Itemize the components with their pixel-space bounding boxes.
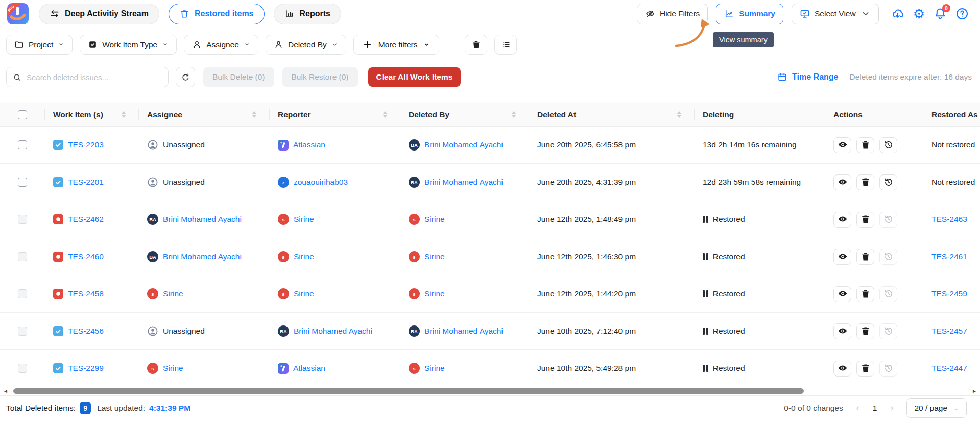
delete-button[interactable] [856, 249, 874, 265]
work-item-link[interactable]: TES-2458 [68, 289, 104, 298]
cloud-download-icon[interactable] [891, 7, 904, 20]
deleted-by-name[interactable]: Sirine [424, 252, 445, 261]
delete-button[interactable] [856, 286, 874, 302]
deleted-by-name[interactable]: Brini Mohamed Ayachi [424, 327, 503, 336]
reporter-name[interactable]: Sirine [294, 215, 314, 224]
deleted-by-name[interactable]: Sirine [424, 215, 445, 224]
assignee-name[interactable]: Sirine [163, 364, 183, 373]
history-button[interactable] [879, 174, 897, 190]
view-button[interactable] [833, 137, 851, 153]
current-page[interactable]: 1 [873, 404, 877, 413]
work-item-link[interactable]: TES-2201 [68, 178, 104, 187]
delete-button[interactable] [856, 137, 874, 153]
assignee-name[interactable]: Brini Mohamed Ayachi [163, 215, 242, 224]
time-range-button[interactable]: Time Range [777, 72, 838, 82]
deleted-by-name[interactable]: Sirine [424, 364, 445, 373]
select-view-button[interactable]: Select View [792, 4, 879, 24]
view-button[interactable] [833, 323, 851, 339]
history-button[interactable] [879, 361, 897, 377]
deleted-by-name[interactable]: Brini Mohamed Ayachi [424, 140, 503, 149]
work-item-link[interactable]: TES-2460 [68, 252, 104, 261]
bulk-restore-button[interactable]: Bulk Restore (0) [282, 67, 358, 87]
view-button[interactable] [833, 212, 851, 228]
select-all-checkbox[interactable] [18, 110, 27, 119]
scrollbar-thumb[interactable] [13, 388, 804, 394]
scrollbar-track[interactable] [9, 388, 971, 394]
sort-icon[interactable] [383, 111, 387, 118]
delete-button[interactable] [856, 323, 874, 339]
bell-icon[interactable]: 0 [934, 7, 947, 20]
next-page-button[interactable]: › [890, 403, 893, 413]
restored-as[interactable]: TES-2463 [931, 215, 967, 224]
delete-button[interactable] [856, 174, 874, 190]
row-checkbox[interactable] [18, 327, 27, 336]
view-button[interactable] [833, 286, 851, 302]
sort-icon[interactable] [122, 111, 126, 118]
help-icon[interactable] [955, 7, 969, 20]
row-checkbox[interactable] [18, 364, 27, 373]
project-filter-dropdown[interactable]: Project [6, 35, 73, 55]
column-settings-button[interactable] [494, 35, 517, 55]
work-item-link[interactable]: TES-2299 [68, 364, 104, 373]
scroll-right-arrow[interactable]: ► [971, 388, 978, 394]
assignee-name[interactable]: Brini Mohamed Ayachi [163, 252, 242, 261]
view-button[interactable] [833, 174, 851, 190]
delete-button[interactable] [856, 361, 874, 377]
work-item-type-filter-dropdown[interactable]: Work Item Type [80, 35, 177, 55]
view-button[interactable] [833, 249, 851, 265]
bulk-delete-button[interactable]: Bulk Delete (0) [203, 67, 274, 87]
deleted-by-filter-dropdown[interactable]: Deleted By [266, 35, 346, 55]
reporter-name[interactable]: Sirine [294, 252, 314, 261]
restored-as[interactable]: TES-2459 [931, 289, 967, 298]
column-header-assignee[interactable]: Assignee [139, 103, 270, 126]
column-header-reporter[interactable]: Reporter [270, 103, 400, 126]
deep-activity-stream-button[interactable]: Deep Activitiy Stream [39, 4, 159, 24]
reporter-name[interactable]: Atlassian [293, 140, 325, 149]
restored-items-button[interactable]: Restored items [169, 4, 265, 24]
restored-as[interactable]: TES-2457 [931, 327, 967, 336]
column-header-deleted-at[interactable]: Deleted At [529, 103, 695, 126]
restored-as[interactable]: TES-2447 [931, 364, 967, 373]
history-button[interactable] [879, 286, 897, 302]
reporter-name[interactable]: Sirine [294, 289, 314, 298]
reports-button[interactable]: Reports [274, 4, 341, 24]
history-button[interactable] [879, 323, 897, 339]
refresh-button[interactable] [176, 67, 195, 87]
history-button[interactable] [879, 137, 897, 153]
sort-icon[interactable] [512, 111, 516, 118]
column-header-deleted-by[interactable]: Deleted By [400, 103, 529, 126]
work-item-link[interactable]: TES-2456 [68, 327, 104, 336]
bulk-trash-button[interactable] [465, 35, 487, 55]
deleted-by-name[interactable]: Sirine [424, 289, 445, 298]
row-checkbox[interactable] [18, 252, 27, 261]
search-input[interactable] [26, 72, 162, 82]
sort-icon[interactable] [252, 111, 256, 118]
gear-icon[interactable]: ⚙ [913, 7, 925, 20]
column-header-work-item-s[interactable]: Work Item (s) [45, 103, 139, 126]
clear-all-work-items-button[interactable]: Clear All Work Items [368, 67, 461, 87]
work-item-link[interactable]: TES-2203 [68, 140, 104, 149]
more-filters-dropdown[interactable]: More filters [353, 35, 440, 55]
history-button[interactable] [879, 212, 897, 228]
restored-as[interactable]: TES-2461 [931, 252, 967, 261]
work-item-link[interactable]: TES-2462 [68, 215, 104, 224]
row-checkbox[interactable] [18, 178, 27, 187]
prev-page-button[interactable]: ‹ [856, 403, 859, 413]
assignee-filter-dropdown[interactable]: Assignee [184, 35, 258, 55]
row-checkbox[interactable] [18, 289, 27, 298]
page-size-select[interactable]: 20 / page ⌄ [906, 398, 967, 418]
sort-icon[interactable] [677, 111, 681, 118]
scroll-left-arrow[interactable]: ◄ [2, 388, 9, 394]
deleted-by-name[interactable]: Brini Mohamed Ayachi [424, 178, 503, 187]
reporter-name[interactable]: zouaouirihab03 [294, 178, 348, 187]
delete-button[interactable] [856, 212, 874, 228]
reporter-name[interactable]: Atlassian [293, 364, 325, 373]
summary-button[interactable]: Summary [716, 4, 783, 24]
row-checkbox[interactable] [18, 140, 27, 149]
history-button[interactable] [879, 249, 897, 265]
initials-avatar: BA [409, 139, 420, 151]
reporter-name[interactable]: Brini Mohamed Ayachi [294, 327, 372, 336]
view-button[interactable] [833, 361, 851, 377]
assignee-name[interactable]: Sirine [163, 289, 183, 298]
row-checkbox[interactable] [18, 215, 27, 224]
